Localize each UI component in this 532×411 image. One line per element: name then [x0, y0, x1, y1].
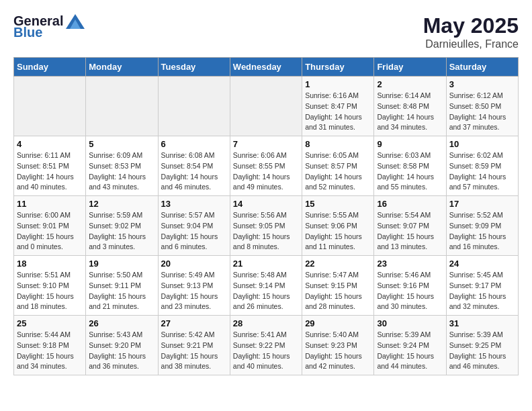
day-detail: Sunrise: 6:00 AMSunset: 9:01 PMDaylight:…: [17, 210, 83, 253]
calendar-subtitle: Darnieulles, France: [423, 38, 519, 50]
calendar-cell: [230, 77, 302, 136]
day-detail: Sunrise: 6:03 AMSunset: 8:58 PMDaylight:…: [377, 150, 443, 193]
calendar-cell: 4Sunrise: 6:11 AMSunset: 8:51 PMDaylight…: [14, 136, 86, 196]
day-number: 13: [161, 199, 227, 209]
calendar-cell: 5Sunrise: 6:09 AMSunset: 8:53 PMDaylight…: [86, 136, 158, 196]
calendar-cell: 3Sunrise: 6:12 AMSunset: 8:50 PMDaylight…: [446, 77, 518, 136]
calendar-cell: 10Sunrise: 6:02 AMSunset: 8:59 PMDayligh…: [446, 136, 518, 196]
day-number: 8: [305, 139, 371, 149]
calendar-cell: 9Sunrise: 6:03 AMSunset: 8:58 PMDaylight…: [374, 136, 446, 196]
calendar-cell: 22Sunrise: 5:47 AMSunset: 9:15 PMDayligh…: [302, 256, 374, 316]
calendar-cell: 16Sunrise: 5:54 AMSunset: 9:07 PMDayligh…: [374, 196, 446, 256]
day-number: 23: [377, 259, 443, 269]
day-number: 3: [449, 79, 515, 89]
calendar-cell: 25Sunrise: 5:44 AMSunset: 9:18 PMDayligh…: [14, 316, 86, 375]
day-number: 9: [377, 139, 443, 149]
calendar-cell: [158, 77, 230, 136]
calendar-cell: [86, 77, 158, 136]
day-number: 6: [161, 139, 227, 149]
calendar-cell: 27Sunrise: 5:42 AMSunset: 9:21 PMDayligh…: [158, 316, 230, 375]
day-detail: Sunrise: 5:39 AMSunset: 9:25 PMDaylight:…: [449, 330, 515, 372]
calendar-cell: 8Sunrise: 6:05 AMSunset: 8:57 PMDaylight…: [302, 136, 374, 196]
weekday-thursday: Thursday: [302, 58, 374, 77]
day-detail: Sunrise: 5:59 AMSunset: 9:02 PMDaylight:…: [89, 210, 154, 253]
logo: General Blue: [13, 13, 85, 40]
calendar-week-2: 4Sunrise: 6:11 AMSunset: 8:51 PMDaylight…: [14, 136, 519, 196]
day-number: 22: [305, 259, 371, 269]
day-detail: Sunrise: 5:45 AMSunset: 9:17 PMDaylight:…: [449, 270, 515, 312]
day-number: 30: [377, 318, 443, 328]
day-detail: Sunrise: 6:16 AMSunset: 8:47 PMDaylight:…: [305, 91, 371, 133]
day-number: 21: [233, 259, 299, 269]
weekday-header-row: SundayMondayTuesdayWednesdayThursdayFrid…: [14, 58, 519, 77]
calendar-week-4: 18Sunrise: 5:51 AMSunset: 9:10 PMDayligh…: [14, 256, 519, 316]
weekday-wednesday: Wednesday: [230, 58, 302, 77]
day-number: 26: [89, 318, 154, 328]
day-number: 17: [449, 199, 515, 209]
day-detail: Sunrise: 5:39 AMSunset: 9:24 PMDaylight:…: [377, 330, 443, 372]
calendar-table: SundayMondayTuesdayWednesdayThursdayFrid…: [13, 57, 519, 375]
calendar-cell: 30Sunrise: 5:39 AMSunset: 9:24 PMDayligh…: [374, 316, 446, 375]
calendar-cell: 26Sunrise: 5:43 AMSunset: 9:20 PMDayligh…: [86, 316, 158, 375]
day-detail: Sunrise: 5:41 AMSunset: 9:22 PMDaylight:…: [233, 330, 299, 372]
day-detail: Sunrise: 5:51 AMSunset: 9:10 PMDaylight:…: [17, 270, 83, 312]
calendar-cell: 11Sunrise: 6:00 AMSunset: 9:01 PMDayligh…: [14, 196, 86, 256]
weekday-sunday: Sunday: [14, 58, 86, 77]
logo-blue-text: Blue: [13, 25, 42, 40]
day-detail: Sunrise: 5:42 AMSunset: 9:21 PMDaylight:…: [161, 330, 227, 372]
calendar-cell: 12Sunrise: 5:59 AMSunset: 9:02 PMDayligh…: [86, 196, 158, 256]
day-detail: Sunrise: 5:55 AMSunset: 9:06 PMDaylight:…: [305, 210, 371, 253]
day-number: 14: [233, 199, 299, 209]
day-number: 10: [449, 139, 515, 149]
calendar-week-3: 11Sunrise: 6:00 AMSunset: 9:01 PMDayligh…: [14, 196, 519, 256]
day-detail: Sunrise: 5:48 AMSunset: 9:14 PMDaylight:…: [233, 270, 299, 312]
day-detail: Sunrise: 5:54 AMSunset: 9:07 PMDaylight:…: [377, 210, 443, 253]
day-detail: Sunrise: 6:14 AMSunset: 8:48 PMDaylight:…: [377, 91, 443, 133]
day-number: 4: [17, 139, 83, 149]
day-number: 5: [89, 139, 154, 149]
calendar-cell: 21Sunrise: 5:48 AMSunset: 9:14 PMDayligh…: [230, 256, 302, 316]
day-number: 16: [377, 199, 443, 209]
day-detail: Sunrise: 6:12 AMSunset: 8:50 PMDaylight:…: [449, 91, 515, 133]
day-number: 2: [377, 79, 443, 89]
day-number: 27: [161, 318, 227, 328]
day-number: 24: [449, 259, 515, 269]
day-number: 18: [17, 259, 83, 269]
calendar-cell: 1Sunrise: 6:16 AMSunset: 8:47 PMDaylight…: [302, 77, 374, 136]
day-number: 31: [449, 318, 515, 328]
calendar-cell: 13Sunrise: 5:57 AMSunset: 9:04 PMDayligh…: [158, 196, 230, 256]
day-detail: Sunrise: 6:11 AMSunset: 8:51 PMDaylight:…: [17, 150, 83, 193]
calendar-cell: [14, 77, 86, 136]
day-detail: Sunrise: 5:47 AMSunset: 9:15 PMDaylight:…: [305, 270, 371, 312]
calendar-cell: 29Sunrise: 5:40 AMSunset: 9:23 PMDayligh…: [302, 316, 374, 375]
calendar-cell: 2Sunrise: 6:14 AMSunset: 8:48 PMDaylight…: [374, 77, 446, 136]
day-detail: Sunrise: 6:09 AMSunset: 8:53 PMDaylight:…: [89, 150, 154, 193]
day-detail: Sunrise: 6:02 AMSunset: 8:59 PMDaylight:…: [449, 150, 515, 193]
day-detail: Sunrise: 5:40 AMSunset: 9:23 PMDaylight:…: [305, 330, 371, 372]
day-number: 11: [17, 199, 83, 209]
calendar-week-5: 25Sunrise: 5:44 AMSunset: 9:18 PMDayligh…: [14, 316, 519, 375]
day-number: 12: [89, 199, 154, 209]
day-detail: Sunrise: 6:08 AMSunset: 8:54 PMDaylight:…: [161, 150, 227, 193]
weekday-saturday: Saturday: [446, 58, 518, 77]
calendar-cell: 17Sunrise: 5:52 AMSunset: 9:09 PMDayligh…: [446, 196, 518, 256]
calendar-week-1: 1Sunrise: 6:16 AMSunset: 8:47 PMDaylight…: [14, 77, 519, 136]
day-number: 15: [305, 199, 371, 209]
calendar-cell: 31Sunrise: 5:39 AMSunset: 9:25 PMDayligh…: [446, 316, 518, 375]
calendar-cell: 18Sunrise: 5:51 AMSunset: 9:10 PMDayligh…: [14, 256, 86, 316]
calendar-cell: 23Sunrise: 5:46 AMSunset: 9:16 PMDayligh…: [374, 256, 446, 316]
day-detail: Sunrise: 5:56 AMSunset: 9:05 PMDaylight:…: [233, 210, 299, 253]
day-detail: Sunrise: 5:43 AMSunset: 9:20 PMDaylight:…: [89, 330, 154, 372]
page-header: General Blue May 2025 Darnieulles, Franc…: [13, 13, 519, 50]
calendar-cell: 20Sunrise: 5:49 AMSunset: 9:13 PMDayligh…: [158, 256, 230, 316]
day-detail: Sunrise: 5:49 AMSunset: 9:13 PMDaylight:…: [161, 270, 227, 312]
day-number: 28: [233, 318, 299, 328]
calendar-cell: 14Sunrise: 5:56 AMSunset: 9:05 PMDayligh…: [230, 196, 302, 256]
calendar-title: May 2025: [423, 13, 519, 38]
weekday-friday: Friday: [374, 58, 446, 77]
calendar-cell: 24Sunrise: 5:45 AMSunset: 9:17 PMDayligh…: [446, 256, 518, 316]
calendar-cell: 7Sunrise: 6:06 AMSunset: 8:55 PMDaylight…: [230, 136, 302, 196]
day-number: 25: [17, 318, 83, 328]
calendar-cell: 19Sunrise: 5:50 AMSunset: 9:11 PMDayligh…: [86, 256, 158, 316]
day-number: 20: [161, 259, 227, 269]
